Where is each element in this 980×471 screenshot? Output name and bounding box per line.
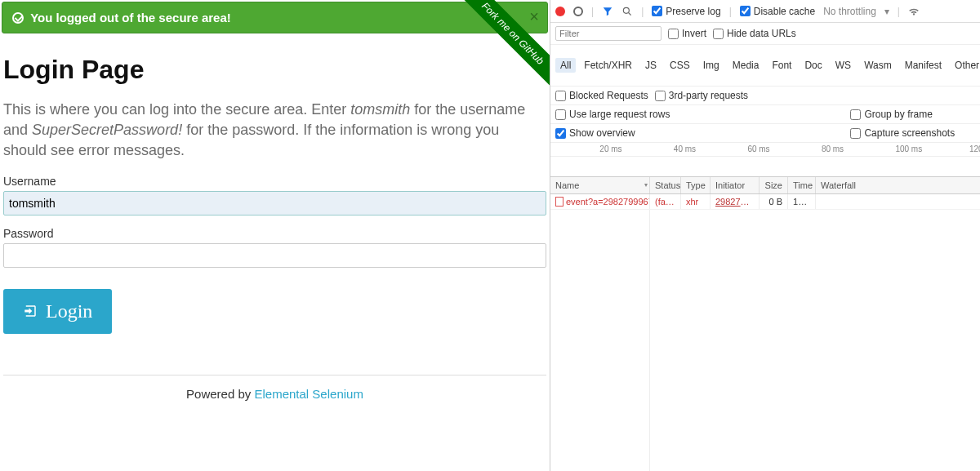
filter-type-ws[interactable]: WS bbox=[831, 58, 856, 73]
clear-icon[interactable] bbox=[573, 7, 583, 16]
network-row[interactable]: event?a=2982799967... (faile... xhr 2982… bbox=[550, 194, 980, 210]
subhead-username: tomsmith bbox=[350, 101, 410, 118]
page-title: Login Page bbox=[3, 55, 546, 85]
devtools-panel: | | Preserve log | Disable cache No thro… bbox=[550, 0, 980, 471]
cell-name: event?a=2982799967... bbox=[550, 194, 650, 209]
view-options-row2: Show overview Capture screenshots bbox=[550, 124, 980, 143]
cell-initiator[interactable]: 2982799... bbox=[710, 194, 760, 209]
preserve-log-label: Preserve log bbox=[666, 6, 720, 17]
page-subheader: This is where you can log into the secur… bbox=[3, 100, 542, 162]
filter-input[interactable] bbox=[555, 26, 662, 41]
content-area: Login Page This is where you can log int… bbox=[0, 35, 550, 407]
col-size[interactable]: Size bbox=[760, 177, 788, 193]
filter-type-all[interactable]: All bbox=[555, 58, 576, 73]
timeline-overview[interactable]: 20 ms 40 ms 60 ms 80 ms 100 ms 120 ms bbox=[550, 143, 980, 177]
large-rows-label: Use large request rows bbox=[569, 109, 670, 120]
col-waterfall[interactable]: Waterfall bbox=[816, 177, 980, 193]
page-left: You logged out of the secure area! × For… bbox=[0, 0, 550, 471]
footer: Powered by Elemental Selenium bbox=[3, 387, 546, 401]
timeline-tick: 120 ms bbox=[969, 144, 980, 153]
capture-screenshots-checkbox[interactable]: Capture screenshots bbox=[850, 127, 980, 139]
blocked-row: Blocked Requests 3rd-party requests bbox=[550, 87, 980, 105]
network-empty-area bbox=[550, 210, 980, 471]
large-rows-checkbox[interactable]: Use large request rows bbox=[555, 109, 670, 120]
timeline-tick: 40 ms bbox=[674, 144, 696, 153]
cell-name-text: event?a=2982799967... bbox=[566, 197, 650, 207]
password-input[interactable] bbox=[3, 243, 546, 268]
hide-data-urls-checkbox[interactable]: Hide data URLs bbox=[713, 28, 796, 39]
flash-close-button[interactable]: × bbox=[529, 7, 539, 26]
col-time[interactable]: Time bbox=[788, 177, 816, 193]
col-type[interactable]: Type bbox=[681, 177, 710, 193]
filter-type-other[interactable]: Other bbox=[950, 58, 980, 73]
group-by-frame-label: Group by frame bbox=[864, 109, 932, 120]
group-by-frame-checkbox[interactable]: Group by frame bbox=[850, 109, 980, 120]
chevron-down-icon[interactable]: ▾ bbox=[884, 6, 889, 17]
timeline-tick: 60 ms bbox=[747, 144, 769, 153]
invert-checkbox[interactable]: Invert bbox=[668, 28, 706, 39]
footer-link[interactable]: Elemental Selenium bbox=[254, 387, 363, 401]
record-icon[interactable] bbox=[555, 7, 565, 16]
flash-text: You logged out of the secure area! bbox=[30, 11, 231, 24]
blocked-requests-label: Blocked Requests bbox=[569, 90, 648, 101]
col-name[interactable]: Name▾ bbox=[550, 177, 650, 193]
show-overview-checkbox[interactable]: Show overview bbox=[555, 127, 635, 139]
filter-funnel-icon[interactable] bbox=[602, 6, 613, 17]
blocked-requests-checkbox[interactable]: Blocked Requests bbox=[555, 90, 648, 101]
username-input[interactable] bbox=[3, 191, 546, 216]
filter-type-js[interactable]: JS bbox=[640, 58, 662, 73]
type-filter-row: All Fetch/XHR JS CSS Img Media Font Doc … bbox=[550, 45, 980, 87]
timeline-tick: 20 ms bbox=[599, 144, 621, 153]
filter-row: Invert Hide data URLs bbox=[550, 23, 980, 45]
subhead-password: SuperSecretPassword! bbox=[32, 122, 182, 138]
filter-type-manifest[interactable]: Manifest bbox=[900, 58, 947, 73]
svg-point-0 bbox=[623, 7, 629, 13]
cell-size: 0 B bbox=[760, 194, 788, 209]
signin-icon bbox=[23, 304, 38, 318]
subhead-part: This is where you can log into the secur… bbox=[3, 101, 350, 118]
cell-time: 119 ... bbox=[788, 194, 816, 209]
network-table-header: Name▾ Status Type Initiator Size Time Wa… bbox=[550, 177, 980, 194]
filter-type-wasm[interactable]: Wasm bbox=[859, 58, 897, 73]
filter-type-doc[interactable]: Doc bbox=[800, 58, 826, 73]
col-initiator[interactable]: Initiator bbox=[710, 177, 760, 193]
cell-type: xhr bbox=[681, 194, 710, 209]
filter-type-media[interactable]: Media bbox=[728, 58, 764, 73]
timeline-tick: 80 ms bbox=[822, 144, 844, 153]
view-options-row1: Use large request rows Group by frame bbox=[550, 105, 980, 124]
throttling-select[interactable]: No throttling bbox=[823, 6, 876, 17]
disable-cache-checkbox[interactable]: Disable cache bbox=[740, 6, 815, 17]
filter-type-fetchxhr[interactable]: Fetch/XHR bbox=[579, 58, 637, 73]
footer-text: Powered by bbox=[186, 387, 254, 401]
devtools-toolbar: | | Preserve log | Disable cache No thro… bbox=[550, 0, 980, 23]
login-button[interactable]: Login bbox=[3, 289, 112, 334]
preserve-log-checkbox[interactable]: Preserve log bbox=[652, 6, 720, 17]
invert-label: Invert bbox=[682, 28, 706, 39]
success-icon bbox=[12, 12, 24, 24]
sort-icon: ▾ bbox=[644, 181, 648, 189]
filter-type-img[interactable]: Img bbox=[698, 58, 724, 73]
third-party-checkbox[interactable]: 3rd-party requests bbox=[655, 90, 748, 101]
footer-divider bbox=[3, 375, 546, 375]
search-icon[interactable] bbox=[621, 6, 633, 17]
timeline-tick: 100 ms bbox=[895, 144, 922, 153]
filter-type-css[interactable]: CSS bbox=[665, 58, 695, 73]
cell-status: (faile... bbox=[650, 194, 681, 209]
wifi-icon[interactable] bbox=[908, 6, 920, 17]
col-status[interactable]: Status bbox=[650, 177, 681, 193]
file-icon bbox=[555, 197, 564, 207]
hide-data-urls-label: Hide data URLs bbox=[727, 28, 796, 39]
show-overview-label: Show overview bbox=[569, 127, 635, 139]
capture-screenshots-label: Capture screenshots bbox=[864, 127, 955, 139]
flash-banner: You logged out of the secure area! × bbox=[2, 2, 548, 33]
filter-type-font[interactable]: Font bbox=[767, 58, 796, 73]
password-label: Password bbox=[3, 227, 546, 240]
username-label: Username bbox=[3, 175, 546, 188]
cell-waterfall bbox=[816, 194, 980, 209]
login-button-label: Login bbox=[46, 300, 92, 322]
disable-cache-label: Disable cache bbox=[754, 6, 815, 17]
third-party-label: 3rd-party requests bbox=[669, 90, 748, 101]
